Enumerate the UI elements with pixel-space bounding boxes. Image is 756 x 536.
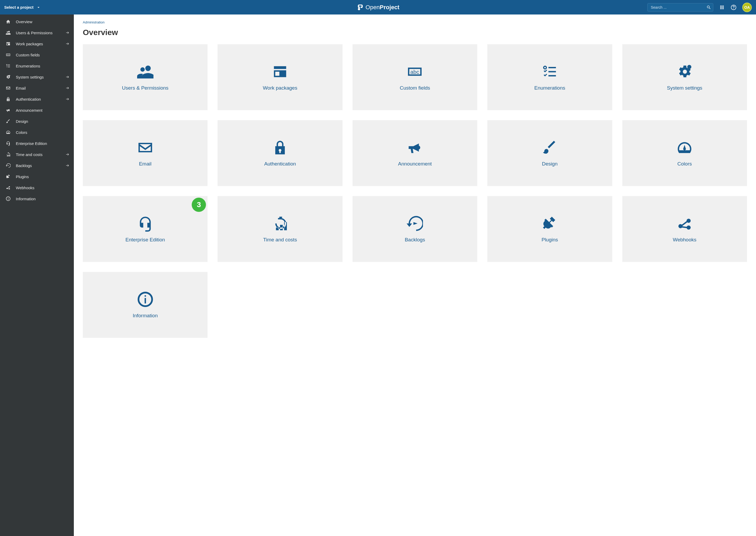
tile-label: Plugins [542,237,558,243]
search-input[interactable] [647,3,713,12]
tile-label: Email [139,161,152,167]
tile-workpackage[interactable]: Work packages [218,44,342,110]
chevron-down-icon [36,5,41,10]
arrow-right-icon [65,86,70,90]
sidebar-item-label: Backlogs [16,163,65,168]
brush-icon [5,119,11,123]
workpackage-icon [272,63,288,80]
sidebar-item-plug[interactable]: Plugins [0,171,74,182]
tile-label: Enumerations [534,85,565,91]
timecosts-icon [5,152,11,157]
arrow-right-icon [65,31,70,35]
sidebar-item-info[interactable]: Information [0,193,74,204]
tile-email[interactable]: Email [83,120,207,186]
project-selector-label: Select a project [4,5,33,10]
logo-text-light: Open [366,4,380,11]
plug-icon [5,174,11,179]
tile-bullhorn[interactable]: Announcement [352,120,477,186]
tile-timecosts[interactable]: Time and costs [218,196,342,262]
arrow-right-icon [65,163,70,168]
arrow-right-icon [65,42,70,46]
tile-gauge[interactable]: Colors [622,120,747,186]
tile-label: Work packages [263,85,298,91]
gears-icon [676,63,693,80]
backlogs-icon [5,163,11,168]
project-selector[interactable]: Select a project [4,5,41,10]
sidebar-item-email[interactable]: Email [0,83,74,93]
sidebar-item-label: Colors [16,130,70,135]
sidebar-item-label: Webhooks [16,185,70,190]
users-icon [5,30,11,35]
tile-label: Backlogs [405,237,425,243]
tile-webhook[interactable]: Webhooks [622,196,747,262]
sidebar-item-backlogs[interactable]: Backlogs [0,160,74,171]
sidebar-item-enumerations[interactable]: Enumerations [0,60,74,71]
sidebar-item-timecosts[interactable]: Time and costs [0,149,74,160]
breadcrumb[interactable]: Administration [83,20,747,24]
webhook-icon [5,185,11,190]
sidebar-item-brush[interactable]: Design [0,116,74,127]
sidebar-item-label: Enterprise Edition [16,141,70,146]
tile-info[interactable]: Information [83,272,207,338]
tile-plug[interactable]: Plugins [487,196,612,262]
logo-text-bold: Project [380,4,400,11]
arrow-right-icon [65,152,70,156]
tile-backlogs[interactable]: Backlogs [352,196,477,262]
workpackage-icon [5,41,11,46]
sidebar-item-label: Information [16,197,70,201]
modules-icon[interactable] [719,5,725,10]
sidebar-item-label: Work packages [16,42,65,46]
tile-label: Webhooks [673,237,697,243]
logo[interactable]: OpenProject [356,4,399,11]
avatar[interactable]: OA [742,3,752,12]
sidebar-item-workpackage[interactable]: Work packages [0,38,74,49]
tile-grid: Users & PermissionsWork packagesCustom f… [83,44,747,338]
tile-label: Users & Permissions [122,85,168,91]
sidebar-item-headset[interactable]: Enterprise Edition [0,138,74,149]
tile-label: Custom fields [400,85,430,91]
headset-icon [137,215,154,232]
sidebar-item-gauge[interactable]: Colors [0,127,74,138]
tile-label: System settings [667,85,702,91]
lock-icon [5,97,11,101]
tile-headset[interactable]: 3Enterprise Edition [83,196,207,262]
enumerations-icon [542,63,558,80]
plug-icon [542,215,558,232]
tile-enumerations[interactable]: Enumerations [487,44,612,110]
sidebar-item-bullhorn[interactable]: Announcement [0,105,74,116]
info-icon [5,196,11,201]
tile-customfields[interactable]: Custom fields [352,44,477,110]
sidebar-item-customfields[interactable]: Custom fields [0,49,74,60]
arrow-right-icon [65,97,70,101]
tile-brush[interactable]: Design [487,120,612,186]
sidebar-item-gears[interactable]: System settings [0,71,74,83]
sidebar-item-lock[interactable]: Authentication [0,93,74,105]
users-icon [137,63,154,80]
main: Administration Overview Users & Permissi… [74,15,756,536]
sidebar-item-webhook[interactable]: Webhooks [0,182,74,193]
sidebar-item-home[interactable]: Overview [0,16,74,27]
tile-label: Announcement [398,161,432,167]
sidebar-item-label: Plugins [16,175,70,179]
tile-lock[interactable]: Authentication [218,120,342,186]
backlogs-icon [407,215,423,232]
bullhorn-icon [407,139,423,156]
timecosts-icon [272,215,288,232]
headset-icon [5,141,11,146]
tile-label: Authentication [264,161,296,167]
arrow-right-icon [65,75,70,79]
sidebar-item-label: Announcement [16,108,70,113]
email-icon [5,85,11,90]
sidebar-item-users[interactable]: Users & Permissions [0,27,74,38]
tile-users[interactable]: Users & Permissions [83,44,207,110]
sidebar: OverviewUsers & PermissionsWork packages… [0,15,74,536]
tile-label: Colors [677,161,692,167]
email-icon [137,139,154,156]
header: Select a project OpenProject OA [0,0,756,15]
tile-label: Time and costs [263,237,297,243]
tile-gears[interactable]: System settings [622,44,747,110]
help-icon[interactable] [731,5,737,10]
home-icon [5,19,11,24]
tile-label: Design [542,161,558,167]
search-icon[interactable] [706,5,711,10]
